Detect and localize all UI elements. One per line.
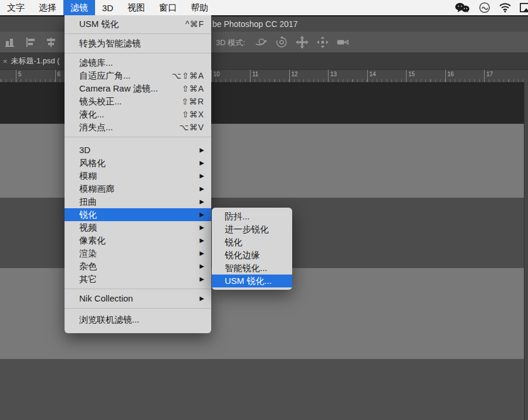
submenu-item-sharpen-more[interactable]: 进一步锐化 xyxy=(212,223,292,236)
menu-item-label: 消失点... xyxy=(79,121,180,134)
menu-item-distort[interactable]: 扭曲▶ xyxy=(65,195,211,208)
menu-item-label: 模糊画廊 xyxy=(79,182,199,195)
menubar-item-help[interactable]: 帮助 xyxy=(184,0,215,15)
wifi-icon[interactable] xyxy=(499,0,511,15)
canvas-band xyxy=(0,359,528,420)
menubar-item-filter[interactable]: 滤镜 xyxy=(63,0,95,15)
menu-item-usm-sharpen-repeat[interactable]: USM 锐化^⌘F xyxy=(65,18,211,31)
ruler-number: 10 xyxy=(214,71,220,77)
menu-item-label: 自适应广角... xyxy=(79,69,172,82)
submenu-arrow-icon: ▶ xyxy=(199,208,204,221)
menu-item-nik-collection[interactable]: Nik Collection▶ xyxy=(65,292,211,305)
menubar-item-window[interactable]: 窗口 xyxy=(152,0,184,15)
ruler-number: 6 xyxy=(57,71,61,77)
menu-item-shortcut: ^⌘F xyxy=(185,18,204,31)
ruler-number: 16 xyxy=(448,71,454,77)
menu-item-label: 液化... xyxy=(79,108,182,121)
scrollbar-track[interactable] xyxy=(524,82,528,420)
menu-item-convert-smart-filter[interactable]: 转换为智能滤镜 xyxy=(65,37,211,50)
menu-item-vanishing-point[interactable]: 消失点...⌥⌘V xyxy=(65,121,211,134)
ruler-major-tick xyxy=(445,70,446,82)
ruler-major-tick xyxy=(250,70,251,82)
submenu-item-sharpen-edges[interactable]: 锐化边缘 xyxy=(212,249,292,262)
menubar: 文字选择滤镜3D视图窗口帮助 xyxy=(0,0,528,15)
submenu-item-sharpen[interactable]: 锐化 xyxy=(212,236,292,249)
menu-item-adaptive-wide-angle[interactable]: 自适应广角...⌥⇧⌘A xyxy=(65,69,211,82)
tab-title: 未标题-1.psd ( xyxy=(11,56,60,66)
roll-3d-camera-icon[interactable] xyxy=(275,35,289,49)
menu-item-camera-raw[interactable]: Camera Raw 滤镜...⇧⌘A xyxy=(65,82,211,95)
menu-item-other[interactable]: 其它▶ xyxy=(65,273,211,286)
menu-item-blur-gallery[interactable]: 模糊画廊▶ xyxy=(65,182,211,195)
window-title: be Photoshop CC 2017 xyxy=(212,19,298,29)
menu-item-browse-online[interactable]: 浏览联机滤镜... xyxy=(65,313,211,326)
menu-item-shortcut: ⇧⌘R xyxy=(181,95,204,108)
slide-3d-camera-icon[interactable] xyxy=(316,35,330,49)
submenu-arrow-icon: ▶ xyxy=(199,273,204,286)
menu-item-stylize[interactable]: 风格化▶ xyxy=(65,157,211,170)
ruler-number: 17 xyxy=(486,71,493,77)
submenu-arrow-icon: ▶ xyxy=(199,260,204,273)
menu-separator xyxy=(65,289,211,289)
align-bottom-icon[interactable] xyxy=(4,36,16,49)
submenu-item-smart-sharpen[interactable]: 智能锐化... xyxy=(212,262,292,275)
menubar-item-select[interactable]: 选择 xyxy=(32,0,63,15)
pan-3d-camera-icon[interactable] xyxy=(295,35,309,49)
menu-item-shortcut: ⇧⌘A xyxy=(182,82,204,95)
submenu-arrow-icon: ▶ xyxy=(199,221,204,234)
ruler-number: 15 xyxy=(408,71,415,77)
menu-item-filter-gallery[interactable]: 滤镜库... xyxy=(65,56,211,69)
menu-item-label: Camera Raw 滤镜... xyxy=(79,82,182,95)
menu-item-render[interactable]: 渲染▶ xyxy=(65,247,211,260)
align-center-icon[interactable] xyxy=(45,36,57,49)
submenu-item-shake-reduction[interactable]: 防抖... xyxy=(212,210,292,223)
align-left-icon[interactable] xyxy=(24,36,37,49)
ruler-major-tick xyxy=(328,70,329,82)
ruler-number: 5 xyxy=(18,71,22,77)
tab-close-icon[interactable]: × xyxy=(0,57,11,66)
wechat-icon[interactable] xyxy=(455,0,470,15)
menu-item-label: 滤镜库... xyxy=(79,56,204,69)
ruler-major-tick xyxy=(367,70,368,82)
menubar-item-view[interactable]: 视图 xyxy=(120,0,152,15)
menu-item-shortcut: ⇧⌘X xyxy=(182,108,204,121)
ruler-major-tick xyxy=(55,70,56,82)
menu-item-liquify[interactable]: 液化...⇧⌘X xyxy=(65,108,211,121)
menubar-status-icons xyxy=(455,0,528,15)
menu-item-pixelate[interactable]: 像素化▶ xyxy=(65,234,211,247)
menu-item-3d[interactable]: 3D▶ xyxy=(65,144,211,157)
ruler-major-tick xyxy=(406,70,407,82)
submenu-arrow-icon: ▶ xyxy=(199,157,204,170)
menubar-item-3d[interactable]: 3D xyxy=(95,0,120,15)
menu-item-label: Nik Collection xyxy=(79,292,199,305)
ruler-major-tick xyxy=(484,70,485,82)
submenu-arrow-icon: ▶ xyxy=(199,182,204,195)
submenu-arrow-icon: ▶ xyxy=(199,144,204,157)
menu-item-label: 镜头校正... xyxy=(79,95,181,108)
menu-separator xyxy=(65,53,211,53)
menu-item-label: 浏览联机滤镜... xyxy=(79,313,204,326)
ruler-number: 11 xyxy=(252,71,258,77)
sharpen-submenu: 防抖...进一步锐化锐化锐化边缘智能锐化...USM 锐化... xyxy=(212,208,292,290)
menu-item-video[interactable]: 视频▶ xyxy=(65,221,211,234)
submenu-item-unsharp-mask[interactable]: USM 锐化... xyxy=(212,275,292,287)
menu-item-blur[interactable]: 模糊▶ xyxy=(65,170,211,182)
display-icon[interactable] xyxy=(520,0,528,15)
orbit-3d-camera-icon[interactable] xyxy=(254,35,268,49)
3d-mode-icons xyxy=(254,35,350,49)
camera-3d-icon[interactable] xyxy=(336,35,350,49)
menu-separator xyxy=(65,33,211,34)
menu-item-shortcut: ⌥⇧⌘A xyxy=(172,69,204,82)
creative-cloud-icon[interactable] xyxy=(479,0,490,15)
menu-item-lens-correction[interactable]: 镜头校正...⇧⌘R xyxy=(65,95,211,108)
filter-menu: USM 锐化^⌘F转换为智能滤镜滤镜库...自适应广角...⌥⇧⌘ACamera… xyxy=(65,15,211,333)
menu-item-sharpen[interactable]: 锐化▶ xyxy=(65,208,211,221)
submenu-arrow-icon: ▶ xyxy=(199,234,204,247)
submenu-arrow-icon: ▶ xyxy=(199,247,204,260)
ruler-major-tick xyxy=(289,70,290,82)
menu-item-label: 杂色 xyxy=(79,260,199,273)
menu-item-label: 扭曲 xyxy=(79,195,199,208)
submenu-arrow-icon: ▶ xyxy=(199,292,204,305)
menu-item-noise[interactable]: 杂色▶ xyxy=(65,260,211,273)
menubar-item-type[interactable]: 文字 xyxy=(0,0,32,15)
